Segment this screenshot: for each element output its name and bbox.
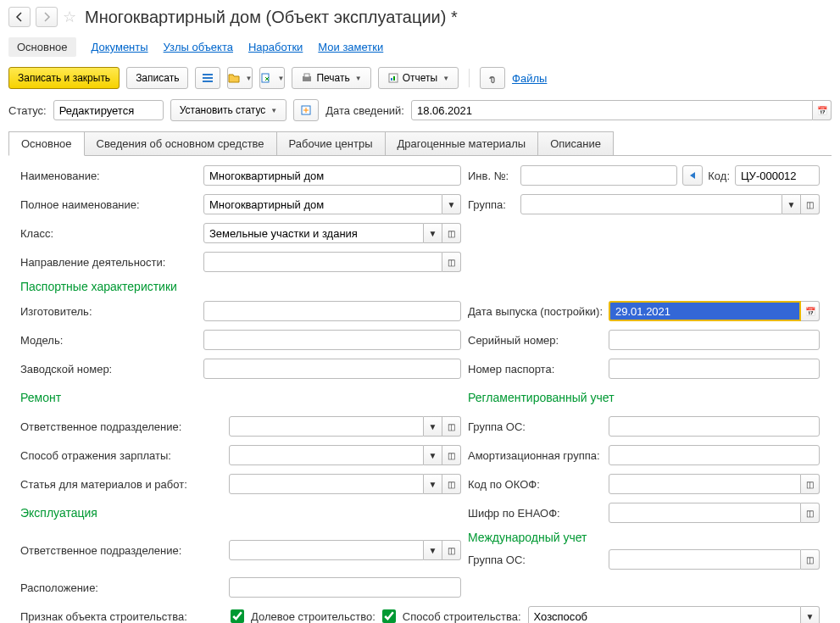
activity-field[interactable] (203, 252, 442, 272)
shared-checkbox[interactable] (382, 609, 396, 623)
constr-checkbox[interactable] (231, 609, 244, 623)
article-field[interactable] (229, 474, 424, 494)
dropdown-icon[interactable]: ▼ (424, 474, 442, 494)
dropdown-icon[interactable]: ▼ (801, 606, 820, 623)
dropdown-icon[interactable]: ▼ (782, 194, 801, 214)
resp2-label: Ответственное подразделение: (20, 544, 224, 557)
maker-label: Изготовитель: (20, 305, 198, 318)
info-date-field[interactable] (411, 100, 813, 120)
dropdown-icon[interactable]: ▼ (424, 223, 442, 243)
group-field[interactable] (520, 194, 782, 214)
tab-desc[interactable]: Описание (537, 131, 614, 156)
release-label: Дата выпуска (постройки): (468, 305, 604, 318)
method-label: Способ строительства: (403, 610, 521, 623)
open-icon[interactable]: ◫ (442, 252, 461, 272)
nav-work[interactable]: Наработки (248, 41, 303, 53)
open-icon[interactable]: ◫ (801, 474, 820, 494)
svg-rect-8 (393, 76, 395, 81)
open-icon[interactable]: ◫ (442, 445, 461, 465)
refresh-button[interactable] (293, 99, 319, 121)
set-status-button[interactable]: Установить статус▼ (170, 99, 287, 121)
forward-button[interactable] (36, 7, 58, 27)
method-field[interactable] (528, 606, 801, 623)
save-close-button[interactable]: Записать и закрыть (8, 67, 120, 89)
svg-rect-1 (203, 77, 213, 79)
info-date-label: Дата сведений: (325, 104, 404, 117)
svg-rect-0 (203, 74, 213, 75)
list-icon-button[interactable] (195, 67, 220, 89)
favorite-star-icon[interactable]: ☆ (63, 8, 76, 26)
open-icon[interactable]: ◫ (442, 540, 461, 560)
amort-label: Амортизационная группа: (468, 449, 604, 462)
factory-field[interactable] (203, 359, 461, 379)
calendar-icon[interactable]: 📅 (813, 100, 832, 120)
back-button[interactable] (8, 7, 31, 27)
os-group-field[interactable] (609, 416, 820, 437)
name-field[interactable] (203, 165, 461, 186)
print-button[interactable]: Печать▼ (292, 67, 370, 89)
fill-arrow-icon[interactable] (682, 165, 703, 186)
nav-notes[interactable]: Мои заметки (318, 41, 383, 53)
activity-label: Направление деятельности: (20, 256, 198, 269)
location-label: Расположение: (20, 581, 224, 594)
attach-button[interactable] (480, 67, 505, 89)
open-icon[interactable]: ◫ (801, 194, 820, 214)
nav-docs[interactable]: Документы (92, 41, 148, 53)
release-field[interactable] (609, 301, 801, 321)
dropdown-icon[interactable]: ▼ (424, 445, 442, 465)
resp2-field[interactable] (229, 540, 424, 560)
open-icon[interactable]: ◫ (801, 503, 820, 523)
tab-precious[interactable]: Драгоценные материалы (385, 131, 539, 156)
passport-no-label: Номер паспорта: (468, 363, 604, 375)
class-field[interactable] (203, 223, 424, 243)
status-field[interactable] (53, 100, 164, 120)
nav-main[interactable]: Основное (8, 37, 76, 57)
passport-section: Паспортные характеристики (20, 280, 820, 293)
location-field[interactable] (229, 577, 461, 598)
open-icon[interactable]: ◫ (801, 549, 820, 570)
nav-nodes[interactable]: Узлы объекта (164, 41, 233, 53)
code-label: Код: (708, 170, 730, 182)
dropdown-icon[interactable]: ▼ (424, 540, 442, 560)
dropdown-icon[interactable]: ▼ (442, 194, 461, 214)
factory-label: Заводской номер: (20, 363, 198, 375)
salary-field[interactable] (229, 445, 424, 465)
dropdown-icon[interactable]: ▼ (424, 416, 442, 437)
resp-field[interactable] (229, 416, 424, 437)
save-button[interactable]: Записать (126, 67, 188, 89)
copy-icon-button[interactable]: ▼ (259, 67, 285, 89)
amort-field[interactable] (609, 445, 820, 465)
passport-no-field[interactable] (609, 359, 820, 379)
open-icon[interactable]: ◫ (442, 416, 461, 437)
files-link[interactable]: Файлы (512, 72, 547, 85)
folder-icon-button[interactable]: ▼ (227, 67, 253, 89)
code-field[interactable] (735, 165, 820, 186)
tab-asset[interactable]: Сведения об основном средстве (84, 131, 277, 156)
open-icon[interactable]: ◫ (442, 223, 461, 243)
tab-centers[interactable]: Рабочие центры (276, 131, 386, 156)
resp-label: Ответственное подразделение: (20, 420, 224, 433)
serial-field[interactable] (609, 330, 820, 350)
class-label: Класс: (20, 227, 198, 240)
intl-section: Международный учет (468, 531, 587, 544)
article-label: Статья для материалов и работ: (20, 478, 224, 491)
okof-field[interactable] (609, 474, 801, 494)
svg-rect-5 (304, 74, 309, 77)
enaof-field[interactable] (609, 503, 801, 523)
shared-label: Долевое строительство: (251, 610, 375, 623)
model-field[interactable] (203, 330, 461, 350)
inv-field[interactable] (520, 165, 677, 186)
okof-label: Код по ОКОФ: (468, 478, 604, 491)
inv-label: Инв. №: (468, 170, 515, 182)
reports-button[interactable]: Отчеты▼ (378, 67, 459, 89)
fullname-label: Полное наименование: (20, 198, 198, 211)
group-label: Группа: (468, 198, 515, 211)
tab-main[interactable]: Основное (8, 131, 85, 156)
open-icon[interactable]: ◫ (442, 474, 461, 494)
os-group-label: Группа ОС: (468, 420, 604, 433)
page-title: Многоквартирный дом (Объект эксплуатации… (85, 8, 458, 27)
maker-field[interactable] (203, 301, 461, 321)
fullname-field[interactable] (203, 194, 442, 214)
os-group2-field[interactable] (609, 549, 801, 570)
calendar-icon[interactable]: 📅 (801, 301, 820, 321)
